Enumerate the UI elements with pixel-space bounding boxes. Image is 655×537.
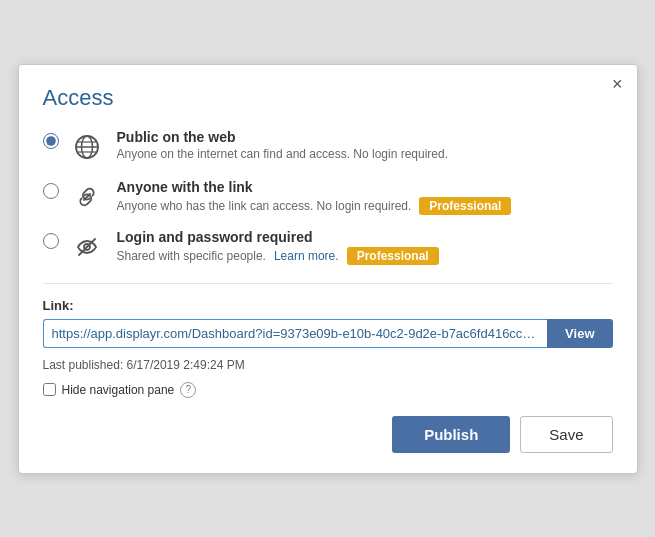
option-public-content: Public on the web Anyone on the internet… [117,129,613,161]
link-icon [69,179,105,215]
link-input[interactable] [43,319,548,348]
option-login-content: Login and password required Shared with … [117,229,613,265]
link-input-row: View [43,319,613,348]
option-login-desc: Shared with specific people. Learn more.… [117,247,613,265]
option-link-title: Anyone with the link [117,179,613,195]
radio-login[interactable] [43,233,59,249]
option-public-title: Public on the web [117,129,613,145]
globe-icon [69,129,105,165]
option-login: Login and password required Shared with … [43,229,613,265]
hide-nav-checkbox[interactable] [43,383,56,396]
option-link-content: Anyone with the link Anyone who has the … [117,179,613,215]
option-link-desc: Anyone who has the link can access. No l… [117,197,613,215]
save-button[interactable]: Save [520,416,612,453]
access-options: Public on the web Anyone on the internet… [43,129,613,265]
divider [43,283,613,284]
dialog-title: Access [43,85,613,111]
footer-buttons: Publish Save [43,416,613,453]
option-login-title: Login and password required [117,229,613,245]
eye-slash-icon [69,229,105,265]
radio-public[interactable] [43,133,59,149]
last-published: Last published: 6/17/2019 2:49:24 PM [43,358,613,372]
hide-nav-label: Hide navigation pane [62,383,175,397]
learn-more-link[interactable]: Learn more. [274,249,339,263]
link-label: Link: [43,298,613,313]
option-link: Anyone with the link Anyone who has the … [43,179,613,215]
radio-link[interactable] [43,183,59,199]
access-dialog: × Access Public on the web Anyone on the… [18,64,638,474]
badge-professional-link: Professional [419,197,511,215]
help-icon[interactable]: ? [180,382,196,398]
badge-professional-login: Professional [347,247,439,265]
publish-button[interactable]: Publish [392,416,510,453]
link-section: Link: View [43,298,613,348]
option-public-desc: Anyone on the internet can find and acce… [117,147,613,161]
view-button[interactable]: View [547,319,612,348]
option-public: Public on the web Anyone on the internet… [43,129,613,165]
close-button[interactable]: × [612,75,623,93]
hide-nav-row: Hide navigation pane ? [43,382,613,398]
